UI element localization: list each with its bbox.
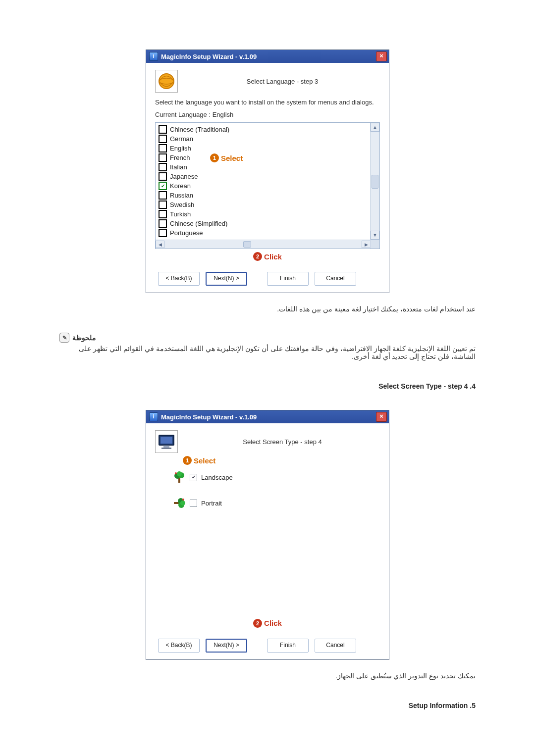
cancel-button[interactable]: Cancel [315,272,356,286]
language-item[interactable]: French [159,153,369,162]
language-checkbox[interactable] [159,135,167,143]
language-label: German [170,135,193,143]
note-body: تم تعيين اللغة الإنجليزية كلغة الجهاز ال… [59,345,476,360]
svg-rect-4 [163,446,169,448]
note-icon: ✎ [59,333,69,343]
globe-icon [155,70,178,93]
language-label: English [170,145,191,152]
language-label: Chinese (Simplified) [170,220,227,227]
dialog-titlebar[interactable]: i MagicInfo Setup Wizard - v.1.09 × [146,410,389,423]
scroll-left-icon[interactable]: ◀ [156,241,164,248]
wizard-step3-dialog: i MagicInfo Setup Wizard - v.1.09 × Sele… [146,50,389,293]
language-item[interactable]: Italian [159,162,369,172]
callout-select: 1 Select [183,456,215,465]
dialog-body: Select Language - step 3 Select the lang… [146,63,389,269]
svg-rect-3 [160,437,172,444]
svg-rect-6 [178,478,180,483]
callout-select: 1 Select [210,153,243,162]
finish-button[interactable]: Finish [267,272,309,286]
hscroll-thumb[interactable] [243,241,251,248]
badge-2-icon: 2 [253,252,262,261]
callout-click-label: Click [264,252,282,261]
vertical-scrollbar[interactable]: ▲ ▼ [370,123,379,240]
language-checkbox[interactable] [159,163,167,171]
finish-button[interactable]: Finish [267,639,309,653]
scroll-corner [370,240,379,249]
tree-landscape-icon [173,471,186,484]
tree-portrait-icon [173,497,186,509]
cancel-button[interactable]: Cancel [315,639,356,653]
svg-rect-5 [161,448,171,449]
language-checkbox[interactable] [159,201,167,209]
wizard-step4-dialog: i MagicInfo Setup Wizard - v.1.09 × Sele… [146,410,389,659]
language-label: Japanese [170,173,198,180]
landscape-label: Landscape [201,474,233,481]
language-checkbox[interactable] [159,144,167,152]
close-icon[interactable]: × [376,412,387,422]
option-portrait[interactable]: Portrait [173,497,380,509]
language-label: Portuguese [170,229,203,237]
language-checkbox[interactable] [159,229,167,237]
step-title: Select Language - step 3 [185,78,380,85]
svg-rect-11 [174,502,179,504]
scroll-right-icon[interactable]: ▶ [362,241,371,248]
language-item[interactable]: Chinese (Simplified) [159,219,369,228]
language-item[interactable]: Swedish [159,200,369,209]
language-item[interactable]: Chinese (Traditional) [159,125,369,134]
portrait-label: Portrait [201,500,222,507]
option-landscape[interactable]: Landscape [173,471,380,484]
next-button[interactable]: Next(N) > [206,639,247,653]
callout-click-label: Click [264,619,282,627]
svg-point-10 [175,472,177,474]
section-4-heading: 4. Select Screen Type - step 4 [59,382,476,390]
back-button[interactable]: < Back(B) [158,272,200,286]
language-label: Russian [170,192,193,199]
dialog-button-row: < Back(B) Next(N) > Finish Cancel [146,636,389,659]
language-item[interactable]: Japanese [159,172,369,181]
back-button[interactable]: < Back(B) [158,639,200,653]
scroll-up-icon[interactable]: ▲ [371,123,379,132]
badge-1-icon: 1 [210,153,219,162]
current-language-label: Current Language : English [155,111,380,118]
language-item[interactable]: Portuguese [159,228,369,238]
language-item[interactable]: German [159,134,369,144]
app-icon: i [149,412,158,421]
badge-1-icon: 1 [183,456,192,465]
landscape-checkbox[interactable] [190,474,197,481]
horizontal-scrollbar[interactable]: ◀ ▶ [156,240,371,249]
portrait-checkbox[interactable] [190,500,197,507]
next-button[interactable]: Next(N) > [206,272,247,286]
dialog-body: Select Screen Type - step 4 1 Select [146,423,389,635]
scroll-thumb[interactable] [372,175,378,189]
scroll-down-icon[interactable]: ▼ [371,231,379,240]
body-text-2: يمكنك تحديد نوع التدوير الذي سيُطبق على … [59,672,476,680]
language-checkbox[interactable] [159,191,167,200]
language-checkbox[interactable] [159,210,167,218]
badge-2-icon: 2 [253,619,262,628]
language-label: Korean [170,182,191,190]
dialog-title: MagicInfo Setup Wizard - v.1.09 [161,413,373,421]
body-text-1: عند استخدام لغات متعددة، يمكنك اختيار لغ… [59,305,476,313]
callout-select-label: Select [194,456,215,465]
language-label: Italian [170,163,187,171]
language-checkbox[interactable] [159,172,167,181]
language-label: Turkish [170,210,191,218]
dialog-titlebar[interactable]: i MagicInfo Setup Wizard - v.1.09 × [146,50,389,63]
callout-click: 2 Click [253,619,282,628]
language-checkbox[interactable] [159,153,167,162]
svg-point-15 [182,499,184,501]
language-item[interactable]: Russian [159,191,369,200]
language-item[interactable]: English [159,144,369,153]
monitor-icon [155,430,178,453]
language-checkbox[interactable] [159,125,167,134]
language-label: French [170,154,190,161]
language-item[interactable]: Korean [159,181,369,191]
language-checkbox[interactable] [159,182,167,190]
language-checkbox[interactable] [159,219,167,228]
language-item[interactable]: Turkish [159,209,369,219]
callout-select-label: Select [221,154,243,162]
svg-point-9 [177,471,182,476]
close-icon[interactable]: × [376,51,387,61]
language-listbox[interactable]: Chinese (Traditional)GermanEnglishFrench… [155,122,380,249]
language-label: Chinese (Traditional) [170,126,229,133]
